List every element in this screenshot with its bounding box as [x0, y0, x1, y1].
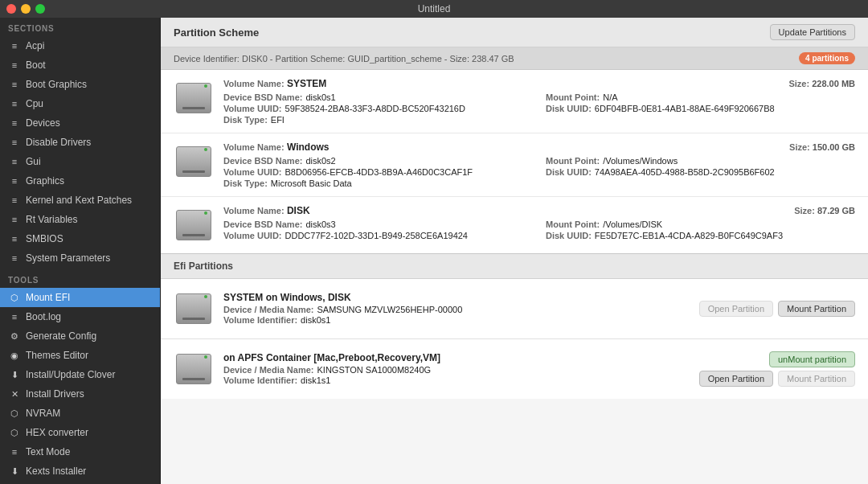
sidebar-item-label: Gui	[26, 156, 41, 167]
sidebar-item-label: Install/Update Clover	[26, 369, 115, 380]
table-row: Volume Name: Windows Size: 150.00 GB Dev…	[161, 133, 868, 197]
sidebar-item-boot-log[interactable]: ≡ Boot.log	[0, 307, 160, 326]
partition-details-disk: Volume Name: DISK Size: 87.29 GB Device …	[223, 205, 855, 240]
disk-slot	[182, 170, 205, 173]
list-icon: ≡	[8, 117, 21, 129]
list-icon: ≡	[8, 174, 21, 187]
vol-name-row: Volume Name: Windows Size: 150.00 GB	[223, 142, 855, 153]
list-icon: ≡	[8, 78, 21, 91]
sidebar-item-nvram[interactable]: ⬡ NVRAM	[0, 404, 160, 423]
sidebar-item-label: Text Mode	[26, 446, 70, 457]
open-partition-button-1[interactable]: Open Partition	[699, 301, 773, 317]
size-value: Size: 228.00 MB	[788, 79, 855, 88]
efi-device-row-1: Device / Media Name: SAMSUNG MZVLW256HEH…	[223, 305, 690, 314]
efi-row-info-1: SYSTEM on Windows, DISK Device / Media N…	[223, 292, 690, 326]
disk-icon-efi2	[174, 349, 214, 389]
sidebar-item-themes-editor[interactable]: ◉ Themes Editor	[0, 346, 160, 365]
sidebar-item-smbios[interactable]: ≡ SMBIOS	[0, 229, 160, 248]
sidebar-item-disable-drivers[interactable]: ≡ Disable Drivers	[0, 133, 160, 152]
efi-btn-row-2: Open Partition Mount Partition	[699, 371, 855, 387]
list-icon: ≡	[8, 213, 21, 226]
mount-row: Mount Point: N/A	[546, 92, 855, 102]
mount-partition-button-1[interactable]: Mount Partition	[778, 301, 855, 317]
sidebar-item-clover-cloner[interactable]: ⬡ Clover Cloner	[0, 481, 160, 484]
sidebar-item-install-drivers[interactable]: ✕ Install Drivers	[0, 384, 160, 404]
disk-slot	[182, 234, 205, 236]
mount-partition-button-2[interactable]: Mount Partition	[778, 371, 855, 387]
sidebar-item-mount-efi[interactable]: ⬡ Mount EFI	[0, 288, 160, 307]
sidebar-item-label: NVRAM	[26, 408, 60, 419]
sidebar-item-boot[interactable]: ≡ Boot	[0, 55, 160, 75]
sidebar-item-devices[interactable]: ≡ Devices	[0, 113, 160, 133]
sidebar-item-system-params[interactable]: ≡ System Parameters	[0, 248, 160, 268]
sidebar-item-text-mode[interactable]: ≡ Text Mode	[0, 442, 160, 461]
efi-volid-row-2: Volume Identifier: disk1s1	[223, 375, 690, 385]
efi-volid-row-1: Volume Identifier: disk0s1	[223, 315, 690, 325]
partition-details-windows: Volume Name: Windows Size: 150.00 GB Dev…	[223, 142, 855, 188]
partition-scheme-title: Partition Scheme	[174, 27, 259, 39]
sidebar-item-label: Generate Config	[26, 330, 96, 342]
sidebar-item-kernel-kext[interactable]: ≡ Kernel and Kext Patches	[0, 191, 160, 210]
sidebar-item-boot-graphics[interactable]: ≡ Boot Graphics	[0, 75, 160, 94]
sidebar-item-rt-variables[interactable]: ≡ Rt Variables	[0, 210, 160, 229]
sidebar-item-kexts-installer[interactable]: ⬇ Kexts Installer	[0, 461, 160, 481]
sidebar-item-gui[interactable]: ≡ Gui	[0, 152, 160, 171]
sidebar-item-label: SMBIOS	[26, 233, 63, 244]
efi-actions-1: Open Partition Mount Partition	[699, 301, 855, 317]
efi-volume-name-2: on APFS Container [Mac,Preboot,Recovery,…	[223, 352, 690, 363]
vol-name-label: Volume Name:	[223, 206, 285, 215]
list-icon: ≡	[8, 194, 21, 207]
list-icon: ≡	[8, 59, 21, 72]
table-row: Volume Name: DISK Size: 87.29 GB Device …	[161, 197, 868, 253]
boot-log-icon: ≡	[8, 310, 21, 323]
maximize-button[interactable]	[35, 4, 45, 14]
disk-slot	[182, 378, 205, 380]
partitions-list: Volume Name: SYSTEM Size: 228.00 MB Devi…	[161, 70, 868, 254]
close-button[interactable]	[6, 4, 16, 14]
sidebar-item-hex-converter[interactable]: ⬡ HEX converter	[0, 423, 160, 442]
efi-device-row-2: Device / Media Name: KINGSTON SA1000M824…	[223, 365, 690, 375]
sidebar-item-label: Cpu	[26, 98, 43, 109]
disk-icon-windows	[174, 142, 214, 182]
disk-icon-system	[174, 78, 214, 118]
tools-label: TOOLS	[0, 268, 160, 288]
duuid-row: Disk UUID: 6DF04BFB-0E81-4AB1-88AE-649F9…	[546, 104, 855, 113]
details-grid: Device BSD Name: disk0s2 Mount Point: /V…	[223, 156, 855, 188]
list-item: SYSTEM on Windows, DISK Device / Media N…	[161, 279, 868, 339]
text-icon: ≡	[8, 445, 21, 458]
partition-info-bar: Device Identifier: DISK0 - Partition Sch…	[161, 47, 868, 70]
list-icon: ≡	[8, 97, 21, 110]
minimize-button[interactable]	[21, 4, 31, 14]
sidebar-item-graphics[interactable]: ≡ Graphics	[0, 171, 160, 191]
sidebar-item-label: Acpi	[26, 40, 44, 51]
list-icon: ≡	[8, 252, 21, 265]
kexts-icon: ⬇	[8, 465, 21, 478]
efi-row-info-2: on APFS Container [Mac,Preboot,Recovery,…	[223, 352, 690, 386]
update-partitions-button[interactable]: Update Partitions	[770, 24, 855, 40]
disk-slot	[182, 318, 205, 320]
open-partition-button-2[interactable]: Open Partition	[699, 371, 773, 387]
sidebar-item-label: Install Drivers	[26, 388, 84, 400]
window-controls	[6, 4, 45, 14]
sidebar-item-cpu[interactable]: ≡ Cpu	[0, 94, 160, 113]
sidebar-item-generate-config[interactable]: ⚙ Generate Config	[0, 326, 160, 346]
efi-volume-name-1: SYSTEM on Windows, DISK	[223, 292, 690, 303]
list-icon: ≡	[8, 155, 21, 168]
details-grid: Device BSD Name: disk0s3 Mount Point: /V…	[223, 219, 855, 240]
themes-icon: ◉	[8, 349, 21, 362]
disk-light	[204, 148, 207, 151]
efi-partitions-list: SYSTEM on Windows, DISK Device / Media N…	[161, 279, 868, 484]
content-area: Partition Scheme Update Partitions Devic…	[161, 18, 868, 484]
disk-light	[204, 84, 207, 88]
sections-label: SECTIONS	[0, 18, 160, 36]
unmount-partition-button-2[interactable]: unMount partition	[769, 351, 855, 367]
sidebar-item-label: System Parameters	[26, 252, 110, 264]
hex-icon: ⬡	[8, 426, 21, 439]
sidebar-item-label: Devices	[26, 117, 60, 129]
sidebar-item-acpi[interactable]: ≡ Acpi	[0, 36, 160, 55]
sidebar-item-install-clover[interactable]: ⬇ Install/Update Clover	[0, 365, 160, 384]
volume-name: Volume Name: Windows	[223, 142, 330, 153]
partition-details-system: Volume Name: SYSTEM Size: 228.00 MB Devi…	[223, 78, 855, 125]
bsd-row: Device BSD Name: disk0s1	[223, 92, 533, 102]
mount-efi-icon: ⬡	[8, 291, 21, 304]
